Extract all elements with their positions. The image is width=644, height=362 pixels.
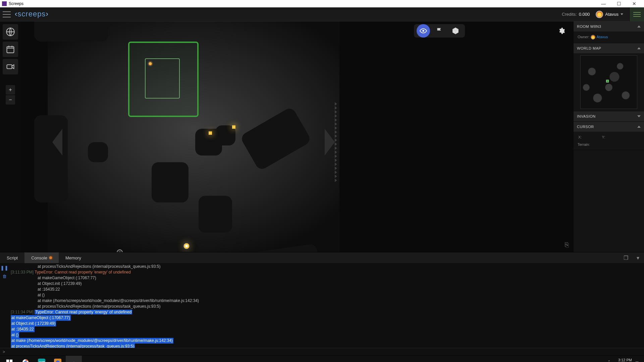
console-line[interactable]: at makeGameObject (:17067:77) (11, 275, 642, 281)
keeper-lair[interactable]: ⊕ (117, 249, 123, 252)
visibility-button[interactable] (417, 24, 430, 38)
maximize-button[interactable]: ☐ (611, 1, 627, 6)
collapse-icon (637, 47, 641, 49)
right-panel: ROOM W8N3 Owner: Atavus WORLD MAP INVASI… (574, 21, 644, 252)
worldmap-panel-header[interactable]: WORLD MAP (574, 43, 644, 53)
clock[interactable]: 3:12 PM 10/20/2019 (613, 358, 632, 362)
console-line[interactable]: at :16435:22 (11, 326, 642, 332)
screeps-icon: <> (70, 359, 77, 362)
collapse-icon (637, 25, 641, 27)
expand-icon (637, 115, 641, 117)
clear-console-button[interactable]: 🗑 (2, 274, 7, 279)
invasion-panel-header[interactable]: INVASION (574, 111, 644, 121)
taskbar-screeps[interactable]: <> (66, 356, 82, 362)
eye-icon (420, 27, 427, 35)
settings-button[interactable] (555, 24, 568, 38)
close-button[interactable]: ✕ (627, 1, 642, 6)
game-viewport[interactable]: ⊕ (21, 21, 574, 252)
console-line[interactable]: at processTicksAndRejections (internal/p… (11, 344, 642, 348)
cursor-terrain: Terrain: (574, 142, 644, 150)
console-line[interactable]: [3:11:34 PM] TypeError: Cannot read prop… (11, 309, 642, 315)
room-exit-right[interactable] (335, 21, 339, 252)
start-button[interactable] (1, 356, 17, 362)
console-line[interactable]: at makeGameObject (:17067:77) (11, 315, 642, 321)
svg-rect-2 (7, 65, 12, 69)
app-icon (54, 359, 61, 362)
minimap-current-room (606, 80, 609, 82)
taskbar-chrome[interactable] (17, 356, 34, 362)
view-tools (414, 24, 465, 38)
energy-source[interactable] (209, 131, 212, 135)
webstorm-icon: WS (38, 359, 45, 362)
flag-icon (436, 27, 443, 35)
room-selection-box (128, 42, 199, 117)
schedule-button[interactable] (3, 42, 18, 57)
zoom-in-button[interactable]: + (6, 85, 15, 95)
console-output[interactable]: at processTicksAndRejections (internal/p… (9, 263, 644, 348)
creep-object[interactable] (148, 61, 153, 66)
cursor-panel-header[interactable]: CURSOR (574, 122, 644, 132)
console-line[interactable]: at () (11, 332, 642, 338)
room-panel-header[interactable]: ROOM W8N3 (574, 21, 644, 32)
world-button[interactable] (3, 24, 18, 40)
console-line[interactable]: at :16435:22 (11, 287, 642, 292)
chevron-down-icon (621, 13, 623, 15)
collapse-icon (637, 126, 641, 128)
steam-menu-icon[interactable] (629, 7, 644, 21)
menu-icon[interactable] (3, 11, 11, 17)
console-line[interactable]: at processTicksAndRejections (internal/p… (11, 264, 642, 269)
calendar-icon (6, 45, 15, 54)
svg-rect-5 (10, 359, 12, 362)
console-line[interactable]: at processTicksAndRejections (internal/p… (11, 304, 642, 309)
app-icon (2, 1, 7, 6)
cursor-coords: X: Y: (574, 132, 644, 142)
chrome-icon (22, 359, 29, 362)
spawn-object[interactable] (183, 243, 190, 249)
notifications-icon[interactable]: ▭ (635, 360, 639, 362)
cube-icon (452, 27, 459, 35)
user-menu[interactable]: Atavus (596, 11, 623, 18)
console-line[interactable]: at Object.init (:17239:49) (11, 321, 642, 326)
console-input[interactable] (8, 350, 641, 354)
console-line[interactable]: at make (/home/screeps/world/node_module… (11, 338, 642, 344)
svg-rect-1 (7, 47, 14, 53)
svg-rect-4 (6, 359, 9, 362)
taskbar-webstorm[interactable]: WS (34, 356, 50, 362)
room-nav-right[interactable] (325, 129, 335, 156)
svg-text:WS: WS (39, 360, 45, 362)
tray-expand-icon[interactable]: ˄ (608, 360, 610, 362)
replay-button[interactable] (3, 59, 18, 74)
taskbar-app3[interactable] (50, 356, 66, 362)
console-line[interactable]: at () (11, 292, 642, 298)
system-tray[interactable]: ˄ 3:12 PM 10/20/2019 ▭ (604, 358, 643, 362)
owner-link[interactable]: Atavus (597, 35, 608, 39)
logo[interactable]: ‹screeps› (15, 10, 49, 19)
tab-script[interactable]: Script (0, 252, 24, 263)
pause-console-button[interactable]: ❚❚ (0, 265, 8, 270)
tab-memory[interactable]: Memory (59, 252, 88, 263)
notification-dot-icon (49, 256, 52, 259)
svg-point-3 (422, 30, 424, 32)
leave-room-button[interactable]: ⎘ (565, 241, 569, 249)
room-owner-row: Owner: Atavus (574, 32, 644, 43)
username-label: Atavus (605, 12, 619, 17)
left-toolbar: + − (0, 21, 21, 252)
console-prompt: > (0, 348, 644, 355)
console-line[interactable]: at Object.init (:17239:49) (11, 281, 642, 287)
windows-icon (6, 359, 13, 362)
room-view[interactable]: ⊕ (48, 21, 339, 252)
collapse-panel-button[interactable]: ▾ (632, 252, 644, 263)
svg-text:<>: <> (72, 360, 76, 362)
popout-button[interactable]: ❐ (620, 252, 632, 263)
tab-console[interactable]: Console (24, 252, 59, 263)
console-line[interactable]: [3:11:33 PM] TypeError: Cannot read prop… (11, 269, 642, 275)
room-nav-left[interactable] (52, 129, 62, 156)
video-icon (6, 62, 15, 71)
flag-button[interactable] (433, 24, 446, 38)
minimap[interactable] (580, 55, 637, 109)
energy-source[interactable] (232, 125, 235, 129)
minimize-button[interactable]: — (596, 1, 611, 6)
construct-button[interactable] (449, 24, 462, 38)
zoom-out-button[interactable]: − (6, 95, 15, 105)
console-line[interactable]: at make (/home/screeps/world/node_module… (11, 298, 642, 304)
